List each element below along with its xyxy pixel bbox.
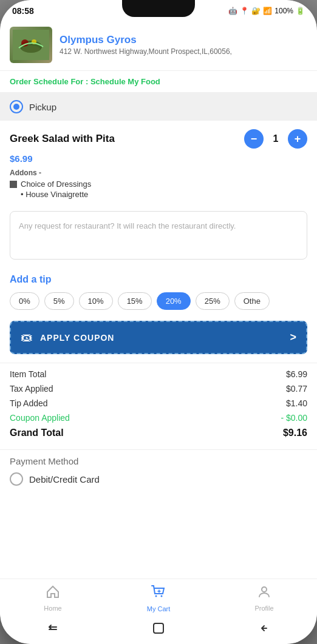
grand-total-value: $9.16 xyxy=(283,428,307,438)
tip-option-Othe[interactable]: Othe xyxy=(234,292,270,310)
tip-row: Tip Added $1.40 xyxy=(10,398,307,408)
restaurant-image xyxy=(10,27,52,63)
grand-total-row: Grand Total $9.16 xyxy=(10,428,307,438)
tip-option-20%[interactable]: 20% xyxy=(157,292,191,310)
addon-item: Choice of Dressings xyxy=(10,179,307,189)
back-button[interactable] xyxy=(257,621,271,636)
battery-full-icon: 🔋 xyxy=(296,7,305,15)
screen: Olympus Gyros 412 W. Northwest Highway,M… xyxy=(0,19,317,579)
coupon-label: APPLY COUPON xyxy=(40,333,114,343)
status-icons: 🤖 📍 🔐 📶 100% 🔋 xyxy=(228,7,305,15)
lock-icon: 🔐 xyxy=(251,7,261,15)
profile-icon xyxy=(257,585,271,603)
schedule-action[interactable]: Schedule My Food xyxy=(90,77,160,86)
item-row: Greek Salad with Pita − 1 + xyxy=(0,121,317,151)
status-time: 08:58 xyxy=(12,6,34,16)
grand-total-label: Grand Total xyxy=(10,428,64,438)
notch xyxy=(122,0,195,17)
coupon-left: 🎟 APPLY COUPON xyxy=(21,330,114,344)
tip-section: Add a tip 0%5%10%15%20%25%Othe xyxy=(0,268,317,318)
item-total-row: Item Total $6.99 xyxy=(10,369,307,379)
request-box[interactable]: Any request for restaurant? It will reac… xyxy=(10,211,307,260)
restaurant-header: Olympus Gyros 412 W. Northwest Highway,M… xyxy=(0,19,317,71)
svg-point-5 xyxy=(155,595,157,597)
pickup-section[interactable]: Pickup xyxy=(0,93,317,121)
nav-cart-label: My Cart xyxy=(147,605,171,612)
svg-point-4 xyxy=(22,45,40,53)
payment-label: Debit/Credit Card xyxy=(29,474,100,485)
tax-label: Tax Applied xyxy=(10,384,53,394)
payment-radio[interactable] xyxy=(10,472,23,486)
request-section: Any request for restaurant? It will reac… xyxy=(0,205,317,268)
qty-number: 1 xyxy=(270,133,282,144)
apply-coupon-button[interactable]: 🎟 APPLY COUPON > xyxy=(10,321,307,354)
qty-control: − 1 + xyxy=(244,129,307,149)
tip-row-label: Tip Added xyxy=(10,398,48,408)
request-placeholder: Any request for restaurant? It will reac… xyxy=(19,221,236,230)
nav-home-label: Home xyxy=(44,605,61,612)
restaurant-name: Olympus Gyros xyxy=(60,34,232,46)
svg-point-7 xyxy=(262,587,267,592)
restaurant-address: 412 W. Northwest Highway,Mount Prospect,… xyxy=(60,47,232,56)
payment-title: Payment Method xyxy=(10,456,307,466)
coupon-applied-value: - $0.00 xyxy=(281,413,307,423)
tip-option-5%[interactable]: 5% xyxy=(44,292,74,310)
tip-option-25%[interactable]: 25% xyxy=(196,292,230,310)
coupon-arrow: > xyxy=(290,331,296,344)
home-icon xyxy=(46,585,60,603)
recent-apps-button[interactable] xyxy=(46,621,60,636)
tax-value: $0.77 xyxy=(286,384,307,394)
addon-sub: • House Vinaigrette xyxy=(10,190,307,199)
coupon-icon: 🎟 xyxy=(21,330,33,344)
nav-profile[interactable]: Profile xyxy=(246,585,282,612)
qty-increase-button[interactable]: + xyxy=(288,129,307,149)
order-schedule-label: Order Schedule For : xyxy=(10,77,88,86)
order-schedule-row: Order Schedule For : Schedule My Food xyxy=(0,71,317,93)
payment-option[interactable]: Debit/Credit Card xyxy=(10,472,307,486)
item-name: Greek Salad with Pita xyxy=(10,133,115,145)
battery-icon: 100% xyxy=(274,7,293,15)
tip-option-15%[interactable]: 15% xyxy=(118,292,152,310)
payment-section: Payment Method Debit/Credit Card xyxy=(0,449,317,498)
addons-section: Addons - Choice of Dressings • House Vin… xyxy=(0,169,317,205)
location-icon: 📍 xyxy=(240,7,249,15)
item-total-label: Item Total xyxy=(10,369,46,379)
coupon-row: Coupon Applied - $0.00 xyxy=(10,413,307,423)
addon-checkbox-icon xyxy=(10,181,17,188)
android-icon: 🤖 xyxy=(228,7,237,15)
wifi-icon: 📶 xyxy=(263,7,272,15)
tip-option-10%[interactable]: 10% xyxy=(79,292,113,310)
tax-row: Tax Applied $0.77 xyxy=(10,384,307,394)
bottom-nav: Home My Cart Profile xyxy=(0,579,317,616)
tip-options: 0%5%10%15%20%25%Othe xyxy=(10,292,307,310)
pickup-radio[interactable] xyxy=(10,100,23,113)
order-summary: Item Total $6.99 Tax Applied $0.77 Tip A… xyxy=(0,363,317,449)
nav-cart[interactable]: My Cart xyxy=(140,584,177,612)
tip-title: Add a tip xyxy=(10,274,307,285)
item-total-value: $6.99 xyxy=(286,369,307,379)
restaurant-info: Olympus Gyros 412 W. Northwest Highway,M… xyxy=(60,34,232,56)
system-nav xyxy=(0,616,317,644)
item-price: $6.99 xyxy=(0,151,317,169)
tip-row-value: $1.40 xyxy=(286,398,307,408)
tip-option-0%[interactable]: 0% xyxy=(10,292,39,310)
qty-decrease-button[interactable]: − xyxy=(244,129,264,149)
svg-point-6 xyxy=(161,595,163,597)
nav-home[interactable]: Home xyxy=(35,585,71,612)
phone-frame: 08:58 🤖 📍 🔐 📶 100% 🔋 xyxy=(0,0,317,644)
nav-profile-label: Profile xyxy=(254,605,273,612)
addons-label: Addons - xyxy=(10,169,307,177)
addon-name: Choice of Dressings xyxy=(21,179,91,189)
cart-icon xyxy=(151,584,166,603)
pickup-label: Pickup xyxy=(29,102,56,112)
home-button[interactable] xyxy=(151,621,166,636)
coupon-section: 🎟 APPLY COUPON > xyxy=(0,318,317,363)
coupon-applied-label: Coupon Applied xyxy=(10,413,70,423)
svg-rect-8 xyxy=(154,623,163,633)
